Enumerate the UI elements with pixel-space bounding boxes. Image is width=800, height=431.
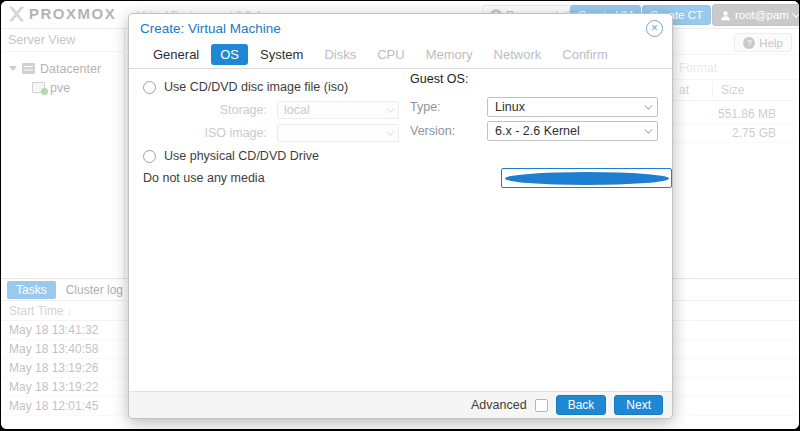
wizard-tab-bar: General OS System Disks CPU Memory Netwo… — [129, 41, 672, 69]
radio-no-media[interactable]: Do not use any media — [143, 171, 265, 185]
dialog-footer: Advanced Back Next — [129, 391, 672, 418]
radio-icon[interactable] — [143, 150, 156, 163]
storage-select: local — [277, 101, 399, 119]
iso-image-label: ISO image: — [139, 126, 267, 140]
next-button[interactable]: Next — [614, 395, 663, 415]
radio-physical-drive[interactable]: Use physical CD/DVD Drive — [143, 149, 319, 163]
tab-confirm: Confirm — [553, 44, 617, 65]
app-window: PROXMOX Virtual Environment 6.2-4 ? Docu… — [1, 1, 799, 429]
advanced-label: Advanced — [471, 398, 527, 412]
chevron-down-icon — [386, 127, 394, 135]
chevron-down-icon — [644, 125, 652, 133]
iso-image-field-row: ISO image: — [129, 124, 409, 144]
radio-icon[interactable] — [143, 81, 156, 94]
tab-network: Network — [485, 44, 551, 65]
tab-system[interactable]: System — [251, 44, 312, 65]
version-select[interactable]: 6.x - 2.6 Kernel — [487, 121, 658, 141]
guest-os-heading: Guest OS: — [410, 72, 468, 86]
dialog-title: Create: Virtual Machine — [140, 21, 281, 36]
type-label: Type: — [410, 100, 441, 114]
close-icon[interactable]: × — [646, 20, 663, 37]
back-button[interactable]: Back — [556, 395, 607, 415]
storage-label: Storage: — [139, 103, 267, 117]
create-vm-dialog: Create: Virtual Machine × General OS Sys… — [128, 13, 673, 419]
tab-os[interactable]: OS — [211, 44, 248, 65]
iso-image-select — [277, 124, 399, 142]
version-label: Version: — [410, 124, 455, 138]
radio-selected-icon[interactable] — [501, 168, 672, 188]
tab-cpu: CPU — [368, 44, 413, 65]
storage-field-row: Storage: local — [129, 101, 409, 121]
tab-general[interactable]: General — [144, 44, 208, 65]
chevron-down-icon — [644, 101, 652, 109]
radio-use-iso[interactable]: Use CD/DVD disc image file (iso) — [143, 80, 348, 94]
advanced-checkbox[interactable] — [535, 399, 548, 412]
tab-memory: Memory — [417, 44, 482, 65]
chevron-down-icon — [386, 104, 394, 112]
type-select[interactable]: Linux — [487, 97, 658, 117]
tab-disks: Disks — [315, 44, 365, 65]
